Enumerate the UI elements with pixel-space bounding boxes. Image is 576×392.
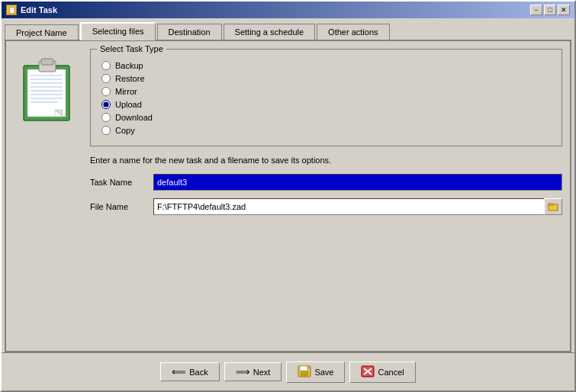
next-button[interactable]: ⟹ Next bbox=[224, 362, 282, 381]
tabs-area: Project Name Selecting files Destination… bbox=[2, 18, 574, 352]
radio-upload[interactable]: Upload bbox=[101, 100, 551, 109]
form-rows: Task Name File Name bbox=[90, 174, 562, 215]
radio-restore[interactable]: Restore bbox=[101, 74, 551, 83]
task-name-label: Task Name bbox=[90, 178, 147, 187]
folder-icon bbox=[548, 201, 558, 212]
radio-copy[interactable]: Copy bbox=[101, 126, 551, 135]
svg-rect-15 bbox=[549, 204, 552, 205]
task-name-row: Task Name bbox=[90, 174, 562, 191]
radio-backup[interactable]: Backup bbox=[101, 61, 551, 70]
radio-copy-input[interactable] bbox=[101, 126, 111, 135]
main-window: 📋 Edit Task − □ ✕ Project Name Selecting… bbox=[0, 0, 576, 392]
tabs-row: Project Name Selecting files Destination… bbox=[5, 21, 571, 40]
cancel-label: Cancel bbox=[378, 368, 404, 377]
maximize-button[interactable]: □ bbox=[544, 5, 556, 15]
tab-destination[interactable]: Destination bbox=[157, 24, 222, 40]
svg-rect-3 bbox=[41, 59, 53, 65]
svg-point-19 bbox=[307, 366, 310, 368]
save-icon bbox=[298, 365, 311, 379]
description-text: Enter a name for the new task and a file… bbox=[90, 156, 562, 165]
title-bar-left: 📋 Edit Task bbox=[6, 5, 57, 15]
tab-setting-schedule[interactable]: Setting a schedule bbox=[224, 24, 316, 40]
file-name-input-group bbox=[153, 198, 562, 215]
group-box-title: Select Task Type bbox=[97, 44, 166, 53]
back-label: Back bbox=[189, 368, 208, 377]
radio-download[interactable]: Download bbox=[101, 113, 551, 122]
tab-other-actions[interactable]: Other actions bbox=[317, 24, 389, 40]
window-title: Edit Task bbox=[21, 5, 57, 14]
svg-rect-1 bbox=[27, 69, 66, 117]
next-label: Next bbox=[253, 368, 271, 377]
radio-mirror-input[interactable] bbox=[101, 87, 111, 96]
svg-rect-17 bbox=[300, 366, 307, 371]
tab-selecting-files[interactable]: Selecting files bbox=[80, 22, 156, 40]
file-name-row: File Name bbox=[90, 198, 562, 215]
cancel-button[interactable]: Cancel bbox=[349, 361, 415, 383]
cancel-icon bbox=[361, 365, 375, 379]
task-name-input[interactable] bbox=[153, 174, 562, 191]
next-arrow-icon: ⟹ bbox=[236, 366, 250, 378]
radio-upload-input[interactable] bbox=[101, 100, 111, 109]
tab-project-name[interactable]: Project Name bbox=[5, 24, 79, 40]
file-name-input[interactable] bbox=[153, 198, 544, 215]
minimize-button[interactable]: − bbox=[530, 5, 542, 15]
save-button[interactable]: Save bbox=[286, 361, 345, 383]
window-icon: 📋 bbox=[6, 5, 17, 15]
back-arrow-icon: ⟸ bbox=[172, 366, 186, 378]
clipboard-icon bbox=[20, 56, 77, 125]
radio-restore-input[interactable] bbox=[101, 74, 111, 83]
svg-rect-18 bbox=[301, 371, 308, 376]
close-button[interactable]: ✕ bbox=[558, 5, 570, 15]
right-content: Select Task Type Backup Restore Mi bbox=[90, 49, 562, 343]
radio-mirror[interactable]: Mirror bbox=[101, 87, 551, 96]
back-button[interactable]: ⟸ Back bbox=[160, 362, 219, 381]
radio-download-input[interactable] bbox=[101, 113, 111, 122]
task-type-group: Select Task Type Backup Restore Mi bbox=[90, 49, 562, 146]
left-icon-area bbox=[14, 49, 82, 343]
bottom-bar: ⟸ Back ⟹ Next Save bbox=[2, 352, 574, 390]
radio-group: Backup Restore Mirror Upload bbox=[101, 61, 551, 135]
title-buttons: − □ ✕ bbox=[530, 5, 570, 15]
title-bar: 📋 Edit Task − □ ✕ bbox=[2, 2, 574, 18]
file-name-label: File Name bbox=[90, 202, 147, 211]
content-area: Select Task Type Backup Restore Mi bbox=[5, 40, 571, 352]
save-label: Save bbox=[314, 368, 333, 377]
browse-button[interactable] bbox=[544, 198, 562, 215]
radio-backup-input[interactable] bbox=[101, 61, 111, 70]
